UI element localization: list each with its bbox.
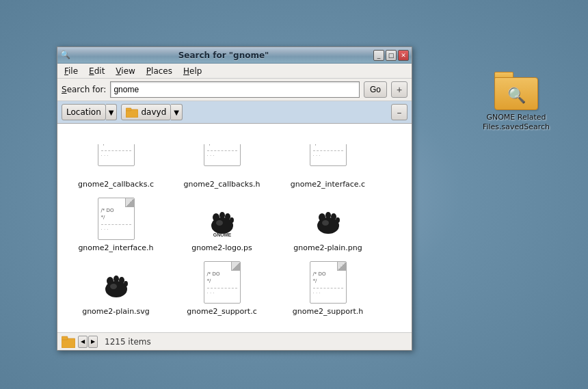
desktop-folder-icon: 🔍 — [494, 72, 538, 110]
search-for-label: Search for: — [62, 85, 106, 94]
titlebar-buttons: _ □ ✕ — [373, 50, 409, 61]
add-criterion-button[interactable]: + — [391, 81, 407, 98]
desktop-folder[interactable]: 🔍 GNOME RelatedFiles.savedSearch — [485, 72, 547, 133]
desktop-folder-label: GNOME RelatedFiles.savedSearch — [483, 113, 550, 133]
file-name-label: gnome2_callbacks.h — [184, 180, 260, 189]
location-type-label: Location — [66, 107, 101, 117]
window-title: Search for "gnome" — [74, 51, 373, 60]
svg-point-13 — [336, 217, 340, 223]
c-file-icon: /* DO*/ · · · — [98, 144, 135, 166]
close-button[interactable]: ✕ — [398, 50, 409, 61]
file-list-inner: /* DO*/ · · · gnome2_callbacks.c /* DO*/… — [57, 124, 412, 325]
search-toolbar: Search for: Go + — [57, 79, 412, 101]
file-icon — [306, 197, 350, 241]
menu-file[interactable]: File — [60, 65, 82, 77]
statusbar-nav: ◀ ▶ — [78, 336, 98, 348]
svg-point-17 — [113, 276, 119, 282]
gnome-plain-png-icon — [309, 200, 347, 238]
file-name-label: gnome2-logo.ps — [191, 243, 252, 252]
list-item[interactable]: gnome2-plain.png — [275, 193, 381, 256]
remove-criterion-button[interactable]: – — [391, 104, 407, 120]
go-button[interactable]: Go — [364, 81, 387, 98]
list-item[interactable]: GNOME gnome2-logo.ps — [169, 193, 275, 256]
file-icon: /* DO*/ · · · — [94, 133, 138, 177]
svg-point-6 — [230, 217, 234, 223]
file-name-label: gnome2_support.c — [187, 307, 256, 316]
svg-point-20 — [110, 284, 117, 289]
file-icon: /* DO*/ · · · — [200, 133, 244, 177]
search-window: 🔍 Search for "gnome" _ □ ✕ File Edit Vie… — [57, 46, 412, 351]
list-item[interactable]: /* DO*/ · · · gnome2_interface.h — [63, 193, 169, 256]
menu-view[interactable]: View — [111, 65, 139, 77]
item-count-label: 1215 items — [105, 337, 151, 347]
file-list: /* DO*/ · · · gnome2_callbacks.c /* DO*/… — [57, 124, 412, 332]
file-name-label: gnome2-plain.png — [293, 243, 362, 252]
minimize-button[interactable]: _ — [373, 50, 384, 61]
titlebar: 🔍 Search for "gnome" _ □ ✕ — [57, 47, 412, 64]
folder-body: 🔍 — [494, 77, 538, 110]
search-input[interactable] — [110, 81, 360, 98]
folder-icon-statusbar — [62, 336, 75, 348]
folder-select-arrow[interactable]: ▼ — [171, 104, 183, 120]
file-name-label: gnome2_callbacks.c — [78, 180, 154, 189]
folder-name-label: davyd — [141, 107, 166, 117]
maximize-button[interactable]: □ — [386, 50, 397, 61]
file-name-label: gnome2_interface.h — [78, 243, 153, 252]
list-item[interactable]: /* DO*/ · · · gnome2_support.h — [275, 256, 381, 320]
h-file-icon: /* DO*/ · · · — [98, 198, 135, 240]
list-item[interactable]: /* DO*/ · · · gnome2_callbacks.c — [63, 129, 169, 193]
menu-places[interactable]: Places — [142, 65, 176, 77]
c-file-icon: /* DO*/ · · · — [204, 261, 241, 304]
svg-point-18 — [119, 277, 124, 284]
svg-point-14 — [322, 220, 329, 226]
location-type-arrow[interactable]: ▼ — [106, 104, 118, 120]
gnome-logo-icon: GNOME — [203, 200, 241, 238]
window-icon: 🔍 — [60, 50, 71, 61]
file-name-label: gnome2_support.h — [293, 307, 363, 316]
file-icon: /* DO*/ · · · — [306, 260, 350, 304]
svg-point-4 — [219, 212, 225, 219]
h-file-icon: /* DO*/ · · · — [204, 144, 241, 166]
svg-point-12 — [331, 213, 336, 220]
svg-rect-1 — [126, 108, 131, 111]
file-icon: GNOME — [200, 197, 244, 241]
svg-point-11 — [325, 212, 331, 219]
list-item[interactable]: /* DO*/ · · · gnome2_support.c — [169, 256, 275, 320]
nav-forward-button[interactable]: ▶ — [88, 336, 98, 348]
gnome-plain-svg-icon — [97, 263, 135, 301]
search-emblem: 🔍 — [507, 87, 526, 104]
file-name-label: gnome2-plain.svg — [82, 307, 150, 316]
menu-help[interactable]: Help — [179, 65, 206, 77]
h-file-icon: /* DO*/ · · · — [310, 261, 347, 304]
folder-select-button[interactable]: davyd — [121, 104, 171, 120]
svg-point-7 — [216, 220, 223, 226]
c-file-icon: /* DO*/ · · · — [310, 144, 347, 166]
file-name-label: gnome2_interface.c — [291, 180, 365, 189]
file-icon: /* DO*/ · · · — [94, 197, 138, 241]
location-selector-wrap: Location ▼ — [62, 104, 117, 120]
svg-text:GNOME: GNOME — [213, 232, 231, 237]
list-item[interactable]: gnome2-plain.svg — [63, 256, 169, 320]
file-icon: /* DO*/ · · · — [306, 133, 350, 177]
location-bar: Location ▼ davyd ▼ – — [57, 101, 412, 124]
location-type-button[interactable]: Location — [62, 104, 106, 120]
statusbar: ◀ ▶ 1215 items — [57, 332, 412, 350]
menu-edit[interactable]: Edit — [85, 65, 109, 77]
svg-point-5 — [225, 213, 230, 220]
folder-icon-small — [126, 107, 138, 118]
nav-back-button[interactable]: ◀ — [78, 336, 88, 348]
svg-point-19 — [124, 281, 128, 286]
menubar: File Edit View Places Help — [57, 64, 412, 79]
file-icon: /* DO*/ · · · — [200, 260, 244, 304]
file-icon — [94, 260, 138, 304]
list-item[interactable]: /* DO*/ · · · gnome2_interface.c — [275, 129, 381, 193]
svg-rect-22 — [62, 336, 68, 340]
folder-selector: davyd ▼ — [121, 104, 183, 120]
list-item[interactable]: /* DO*/ · · · gnome2_callbacks.h — [169, 129, 275, 193]
